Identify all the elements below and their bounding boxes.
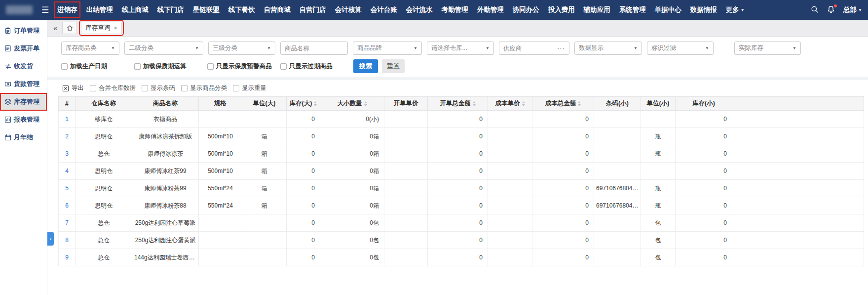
sidebar-item-3[interactable]: 货款管理 <box>0 75 47 93</box>
toolbar-checkbox-3-label: 显示重量 <box>242 84 266 92</box>
nav-item-2[interactable]: 线上商城 <box>117 0 153 20</box>
nav-item-17[interactable]: 单据中心 <box>650 0 686 20</box>
filter-category-level3-select[interactable]: 三级分类▼ <box>208 42 275 55</box>
nav-item-10[interactable]: 会计流水 <box>402 0 437 20</box>
nav-item-11[interactable]: 考勤管理 <box>437 0 473 20</box>
column-label: 开单单价 <box>394 100 418 107</box>
export-button[interactable]: 导出 <box>62 84 84 92</box>
cell-index[interactable]: 8 <box>59 232 75 249</box>
notifications-bell-icon[interactable] <box>827 5 836 14</box>
filter-checkbox-3-label: 只显示过期商品 <box>289 62 333 71</box>
cell-index[interactable]: 2 <box>59 128 75 145</box>
sidebar-item-label: 月年结 <box>14 133 33 142</box>
table-body: 1移库仓衣搪商品00(小)0002思明仓康师傅冰凉茶拆卸版500ml*10箱00… <box>59 111 864 266</box>
column-header-size-qty[interactable]: 大小数量 <box>320 97 384 111</box>
filter-stock-category-select[interactable]: 库存商品类▼ <box>61 42 119 55</box>
filter-supplier-picker-button[interactable]: ··· <box>557 46 565 51</box>
toolbar-checkbox-1[interactable]: 显示条码 <box>142 84 175 92</box>
column-header-cost-price[interactable]: 成本单价 <box>488 97 532 111</box>
search-button[interactable]: 搜索 <box>353 59 378 73</box>
nav-item-4[interactable]: 星链联盟 <box>189 0 224 20</box>
nav-item-8[interactable]: 会计核算 <box>331 0 366 20</box>
sidebar-item-0[interactable]: 订单管理 <box>0 22 47 40</box>
sort-icon[interactable] <box>314 101 317 106</box>
sidebar-item-5[interactable]: 报表管理 <box>0 111 47 128</box>
nav-item-16[interactable]: 系统管理 <box>615 0 650 20</box>
filter-category-level3-value: 三级分类 <box>213 44 237 52</box>
sidebar-item-1[interactable]: 发票开单 <box>0 40 47 57</box>
menu-icon[interactable]: ☰ <box>41 5 49 15</box>
app-logo <box>6 5 33 14</box>
cell-cost-price <box>488 145 532 163</box>
filter-product-brand-value: 商品品牌 <box>357 44 382 52</box>
filter-product-brand-select[interactable]: 商品品牌▼ <box>353 42 422 55</box>
filter-checkbox-0[interactable]: 加载生产日期 <box>61 62 134 71</box>
filter-product-name-input[interactable] <box>285 42 343 54</box>
filter-category-level2-select[interactable]: 二级分类▼ <box>124 42 203 55</box>
sort-icon[interactable] <box>364 101 367 106</box>
nav-item-9[interactable]: 会计台账 <box>366 0 402 20</box>
cell-index[interactable]: 9 <box>59 249 75 266</box>
cell-index[interactable]: 7 <box>59 214 75 232</box>
search-icon[interactable] <box>811 5 820 14</box>
nav-item-label: 会计台账 <box>371 6 397 13</box>
nav-item-1[interactable]: 出纳管理 <box>82 0 117 20</box>
cell-index[interactable]: 4 <box>59 163 75 180</box>
filter-supplier-input[interactable] <box>503 42 555 54</box>
nav-item-14[interactable]: 投入费用 <box>544 0 579 20</box>
nav-item-5[interactable]: 线下餐饮 <box>224 0 260 20</box>
org-selector[interactable]: 总部 ▼ <box>843 5 862 14</box>
sort-icon[interactable] <box>473 101 476 106</box>
cell-index[interactable]: 6 <box>59 197 75 214</box>
sidebar-collapse-handle[interactable]: ‹ <box>47 232 54 246</box>
sort-icon[interactable] <box>522 101 525 106</box>
nav-item-7[interactable]: 自营门店 <box>295 0 331 20</box>
filter-data-display-select[interactable]: 数据显示▼ <box>574 42 642 55</box>
tabs-scroll-left-icon[interactable]: « <box>52 24 58 32</box>
filter-actual-stock-select[interactable]: 实际库存▼ <box>734 42 801 55</box>
nav-item-12[interactable]: 外勤管理 <box>473 0 508 20</box>
nav-item-0[interactable]: 进销存 <box>53 0 82 20</box>
nav-item-15[interactable]: 辅助应用 <box>579 0 615 20</box>
filter-checkbox-2[interactable]: 只显示保质预警商品 <box>207 62 280 71</box>
cell-product-name: 衣搪商品 <box>132 111 199 128</box>
home-tab[interactable] <box>62 22 77 34</box>
nav-item-19[interactable]: 更多▼ <box>721 0 749 20</box>
toolbar-checkbox-2[interactable]: 显示商品分类 <box>181 84 227 92</box>
toolbar-checkbox-0[interactable]: 合并仓库数据 <box>90 84 136 92</box>
nav-item-label: 系统管理 <box>619 6 646 13</box>
sidebar-item-4[interactable]: 库存管理 <box>0 93 47 111</box>
close-icon[interactable]: × <box>113 24 117 32</box>
cell-index[interactable]: 5 <box>59 180 75 197</box>
sidebar-item-6[interactable]: 月年结 <box>0 128 47 146</box>
tab-inventory-query[interactable]: 库存查询 × <box>81 22 122 34</box>
sort-icon[interactable] <box>578 101 581 106</box>
cell-product-name: 250g达利园注心蛋黄派 <box>132 232 199 249</box>
nav-item-13[interactable]: 协同办公 <box>508 0 544 20</box>
toolbar-checkbox-3[interactable]: 显示重量 <box>233 84 266 92</box>
filter-flag-filter-select[interactable]: 标识过滤▼ <box>647 42 714 55</box>
nav-item-18[interactable]: 数据情报 <box>686 0 721 20</box>
filter-checkbox-1[interactable]: 加载保质期运算 <box>134 62 207 71</box>
cell-stock-small: 0 <box>676 145 732 163</box>
cell-index[interactable]: 1 <box>59 111 75 128</box>
cell-cost-total: 0 <box>532 232 594 249</box>
sidebar-item-2[interactable]: 收发货 <box>0 57 47 75</box>
column-header-cost-total[interactable]: 成本总金额 <box>532 97 594 111</box>
column-header-stock-large[interactable]: 库存(大) <box>287 97 320 111</box>
cell-size-qty: 0箱 <box>320 163 384 180</box>
cell-order-total: 0 <box>428 163 488 180</box>
tab-label: 库存查询 <box>85 24 110 32</box>
cell-order-price <box>384 163 428 180</box>
filter-checkbox-3[interactable]: 只显示过期商品 <box>280 62 353 71</box>
nav-item-3[interactable]: 线下门店 <box>153 0 189 20</box>
cell-order-total: 0 <box>428 111 488 128</box>
table-row-1: 1移库仓衣搪商品00(小)000 <box>59 111 864 128</box>
checkbox-icon <box>207 63 214 70</box>
chevron-down-icon: ▼ <box>265 46 271 50</box>
cell-index[interactable]: 3 <box>59 145 75 163</box>
filter-warehouse-select[interactable]: 请选择仓库...▼ <box>427 42 494 55</box>
column-header-order-total[interactable]: 开单总金额 <box>428 97 488 111</box>
nav-item-6[interactable]: 自营商城 <box>260 0 295 20</box>
reset-button[interactable]: 重置 <box>382 59 405 73</box>
